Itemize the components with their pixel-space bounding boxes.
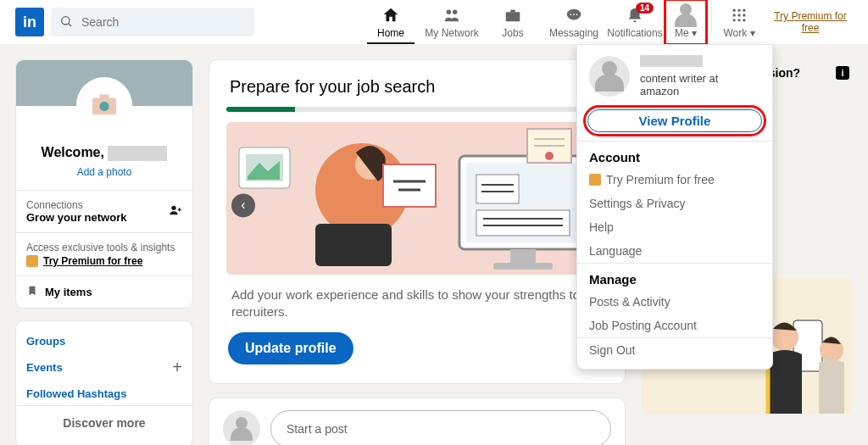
access-label: Access exclusive tools & insights [26, 242, 182, 253]
grow-network-label: Grow your network [26, 211, 126, 224]
camera-icon [90, 93, 119, 117]
link-hashtags[interactable]: Followed Hashtags [16, 382, 192, 405]
premium-chip-icon [589, 174, 601, 186]
try-premium-link[interactable]: Try Premium for free [43, 255, 142, 267]
card-heading: Prepare for your job search [230, 77, 608, 97]
svg-point-15 [733, 19, 736, 21]
svg-point-2 [447, 10, 452, 14]
my-items-link[interactable]: My items [16, 276, 192, 308]
dropdown-item-signout[interactable]: Sign Out [577, 338, 772, 362]
premium-chip-icon [26, 255, 38, 267]
svg-rect-29 [383, 164, 436, 207]
nav-label: Notifications [607, 27, 662, 39]
view-profile-button[interactable]: View Profile [587, 109, 762, 132]
search-box[interactable] [51, 8, 254, 36]
nav-jobs[interactable]: Jobs [482, 0, 543, 44]
hero-illustration: ‹ [226, 122, 608, 275]
nav-network[interactable]: My Network [421, 0, 482, 44]
add-person-icon [169, 203, 182, 220]
svg-point-7 [573, 14, 575, 15]
identity-card: Welcome, Add a photo Connections Grow yo… [15, 59, 193, 309]
nav-label: Jobs [502, 27, 523, 39]
nav-label: Messaging [549, 27, 598, 39]
connections-row[interactable]: Connections Grow your network [16, 191, 192, 232]
network-icon [442, 5, 462, 25]
svg-rect-40 [510, 249, 536, 264]
nav-home[interactable]: Home [360, 0, 421, 44]
svg-rect-28 [315, 224, 392, 266]
nav-label: Work ▾ [723, 27, 754, 39]
nav-notifications[interactable]: 14 Notifications [604, 0, 665, 44]
linkedin-logo[interactable]: in [15, 8, 44, 36]
nav-work[interactable]: Work ▾ [717, 0, 761, 44]
card-description: Add your work experience and skills to s… [226, 275, 608, 332]
avatar-placeholder[interactable] [76, 77, 132, 133]
start-post-card: Start a post [209, 398, 626, 445]
svg-rect-20 [99, 94, 108, 99]
update-profile-button[interactable]: Update profile [228, 332, 353, 364]
svg-point-6 [570, 14, 571, 15]
profile-subtitle: content writer at amazon [640, 72, 760, 97]
search-input[interactable] [80, 14, 246, 30]
premium-link[interactable]: Try Premium for free [768, 10, 853, 34]
svg-rect-37 [476, 210, 570, 236]
svg-rect-41 [493, 263, 553, 270]
carousel-prev-button[interactable]: ‹ [231, 193, 255, 217]
dropdown-item-posts[interactable]: Posts & Activity [577, 290, 772, 314]
nav-label: My Network [425, 27, 478, 39]
user-name-redacted [108, 146, 167, 161]
nav-items: Home My Network Jobs Messaging 14 Noti [360, 0, 761, 44]
svg-point-12 [733, 14, 736, 16]
me-dropdown: content writer at amazon View Profile Ac… [576, 44, 773, 370]
svg-point-9 [733, 9, 736, 12]
dropdown-item-language[interactable]: Language [577, 239, 772, 263]
nav-divider [711, 0, 712, 34]
progress-fill [226, 107, 295, 112]
home-icon [381, 5, 401, 25]
dropdown-item-jobposting[interactable]: Job Posting Account [577, 314, 772, 337]
svg-rect-34 [476, 175, 519, 203]
nav-me[interactable]: Me ▾ [665, 0, 706, 44]
welcome-text: Welcome, [16, 145, 192, 161]
svg-point-3 [453, 10, 458, 14]
add-photo-link[interactable]: Add a photo [16, 166, 192, 178]
discover-more-button[interactable]: Discover more [16, 405, 192, 438]
notification-badge: 14 [636, 3, 654, 14]
progress-bar [226, 107, 608, 112]
search-icon [59, 14, 73, 31]
dropdown-manage-heading: Manage [577, 263, 772, 290]
svg-point-45 [545, 152, 554, 160]
svg-point-21 [171, 205, 175, 209]
dropdown-item-help[interactable]: Help [577, 215, 772, 239]
svg-line-1 [69, 24, 71, 26]
svg-point-11 [743, 9, 745, 12]
messaging-icon [564, 5, 584, 25]
svg-point-0 [62, 16, 70, 24]
svg-point-8 [576, 14, 578, 15]
avatar-icon [223, 410, 260, 445]
plus-icon[interactable]: + [172, 358, 182, 377]
link-groups[interactable]: Groups [16, 330, 192, 353]
svg-point-10 [737, 9, 740, 12]
nav-label: Me ▾ [675, 27, 697, 39]
nav-label: Home [377, 27, 404, 39]
svg-rect-4 [506, 12, 520, 21]
global-header: in Home My Network Jobs [0, 0, 868, 44]
link-events[interactable]: Events+ [16, 353, 192, 382]
avatar-icon [589, 56, 630, 97]
svg-point-17 [743, 19, 745, 21]
avatar-icon [676, 5, 696, 25]
premium-row[interactable]: Access exclusive tools & insights Try Pr… [16, 233, 192, 275]
dropdown-item-settings[interactable]: Settings & Privacy [577, 192, 772, 215]
community-card: Groups Events+ Followed Hashtags Discove… [15, 320, 193, 445]
connections-label: Connections [26, 199, 126, 211]
svg-point-13 [737, 14, 740, 16]
info-icon[interactable]: i [836, 66, 849, 80]
start-post-input[interactable]: Start a post [270, 410, 611, 445]
nav-messaging[interactable]: Messaging [543, 0, 604, 44]
profile-name-redacted [640, 55, 703, 67]
svg-point-16 [737, 19, 740, 21]
dropdown-profile-row[interactable]: content writer at amazon [577, 45, 772, 104]
dropdown-item-premium[interactable]: Try Premium for free [577, 168, 772, 192]
apps-icon [729, 5, 749, 25]
